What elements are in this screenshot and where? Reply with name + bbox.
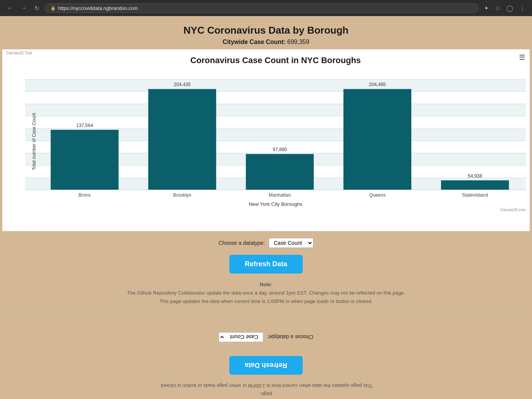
bar-queens [344, 89, 412, 190]
svg-text:Bronx: Bronx [78, 192, 91, 198]
flipped-inner: Note: The Github Repository Collaborator… [132, 332, 400, 399]
datatype-label: Choose a datatype: [219, 240, 265, 246]
svg-text:Manhattan: Manhattan [269, 192, 291, 198]
citywide-value: 699,359 [287, 39, 310, 45]
bar-manhattan [246, 154, 314, 190]
browser-chrome: ← → ↻ 🔒 https://nyccoviddata.ngbrandon.c… [0, 0, 532, 16]
controls-area: Choose a datatype: Case Count Case Rate … [0, 231, 532, 309]
note-label: Note: [260, 282, 272, 287]
svg-text:204,485: 204,485 [369, 82, 386, 87]
canvasjs-credit: CanvasJS.com [25, 208, 526, 212]
flipped-note-line2: This page updates the data when current … [159, 383, 373, 389]
forward-button[interactable]: → [18, 3, 29, 13]
bar-bronx [51, 130, 119, 190]
flipped-datatype-label: Choose a datatype: [267, 334, 313, 340]
svg-text:Queens: Queens [369, 192, 386, 198]
bar-brooklyn [148, 89, 216, 190]
profile-button[interactable]: ◯ [504, 3, 515, 13]
chart-title: Coronavirus Case Count in NYC Boroughs [25, 53, 526, 65]
chart-container: CanvasJS Trial ☰ Coronavirus Case Count … [2, 49, 530, 231]
svg-rect-1 [25, 104, 526, 116]
datatype-select[interactable]: Case Count Case Rate Death Count Death R… [269, 238, 313, 248]
flipped-datatype-select[interactable]: Case Count Case Rate Death Count Death R… [219, 332, 263, 342]
flipped-note-line1: The Github Repository Collaborator updat… [134, 392, 398, 399]
page-title: NYC Coronavirus Data by Borough [0, 24, 532, 36]
svg-text:54,938: 54,938 [468, 173, 482, 179]
reload-button[interactable]: ↻ [32, 3, 42, 13]
url-text: https://nyccoviddata.ngbrandon.com [58, 5, 138, 11]
svg-text:97,890: 97,890 [272, 147, 287, 152]
bar-chart-svg: 220,000 200,000 180,000 160,000 140,000 … [25, 71, 526, 198]
flipped-refresh-button[interactable]: Refresh Data [229, 356, 302, 375]
flipped-note-area: Note: The Github Repository Collaborator… [132, 381, 400, 399]
chart-svg-wrapper: Total number of Case Count 220,000 [25, 71, 526, 212]
extensions-button[interactable]: ✦ [482, 3, 491, 13]
svg-text:137,564: 137,564 [76, 123, 93, 128]
refresh-button[interactable]: Refresh Data [229, 255, 302, 274]
flipped-datatype-row: Choose a datatype: Case Count Case Rate … [132, 332, 400, 342]
chart-menu-icon[interactable]: ☰ [519, 53, 525, 62]
note-area: Note: The Github Repository Collaborator… [0, 280, 532, 306]
address-bar[interactable]: 🔒 https://nyccoviddata.ngbrandon.com [45, 3, 479, 13]
menu-button[interactable]: ⋮ [517, 3, 527, 13]
lock-icon: 🔒 [50, 6, 56, 11]
section-divider [8, 309, 524, 310]
bookmark-button[interactable]: ☆ [493, 3, 502, 13]
bar-statenisland [441, 180, 509, 189]
svg-text:StatenIsland: StatenIsland [462, 192, 488, 198]
datatype-row: Choose a datatype: Case Count Case Rate … [0, 238, 532, 248]
svg-text:204,435: 204,435 [174, 82, 191, 87]
citywide-count: Citywide Case Count: 699,359 [0, 39, 532, 46]
citywide-label: Citywide Case Count: [223, 39, 285, 45]
canvasjs-trial-label: CanvasJS Trial [6, 51, 32, 55]
svg-rect-0 [25, 79, 526, 91]
flipped-section: Note: The Github Repository Collaborator… [0, 318, 532, 399]
page-body: NYC Coronavirus Data by Borough Citywide… [0, 16, 532, 399]
svg-text:Brooklyn: Brooklyn [173, 192, 191, 198]
browser-actions: ✦ ☆ ◯ ⋮ [482, 3, 527, 13]
y-axis-label: Total number of Case Count [31, 113, 37, 170]
note-line1: The Github Repository Collaborator updat… [127, 290, 405, 296]
x-axis-label: New York City Boroughs [25, 201, 526, 207]
back-button[interactable]: ← [5, 3, 15, 13]
page-header: NYC Coronavirus Data by Borough Citywide… [0, 16, 532, 49]
note-line2: This page updates the data when current … [159, 298, 373, 304]
